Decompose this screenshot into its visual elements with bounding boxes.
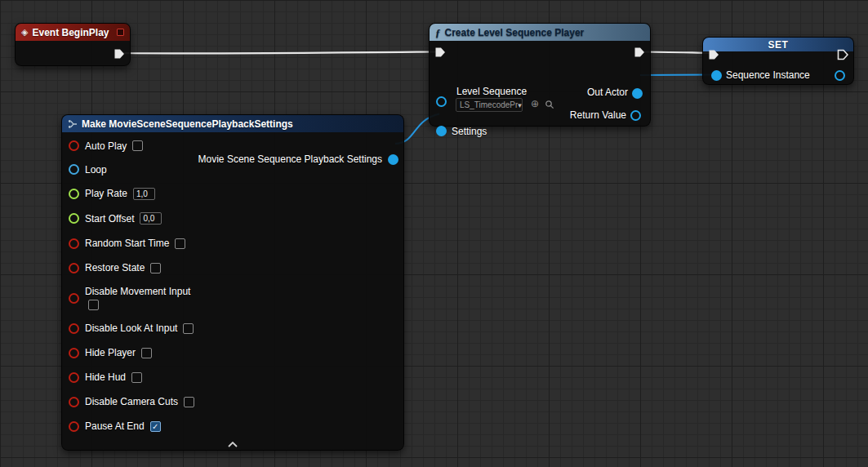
- make-input-row: Play Rate: [62, 181, 403, 206]
- delegate-pin-icon[interactable]: [117, 29, 124, 36]
- exec-output-pin-icon[interactable]: [837, 49, 848, 60]
- pin-label: Hide Player: [85, 347, 136, 358]
- make-struct-icon: [68, 119, 78, 129]
- pin-label: Disable Movement Input: [85, 286, 190, 297]
- bool-pin-icon[interactable]: [69, 397, 79, 407]
- exec-output-pin-icon[interactable]: [634, 47, 645, 58]
- event-icon: ◈: [21, 27, 28, 38]
- object-pin-icon[interactable]: [711, 70, 722, 81]
- object-pin-icon[interactable]: [632, 88, 643, 99]
- object-pin-icon[interactable]: [436, 126, 447, 136]
- disable-camera-cuts-checkbox[interactable]: [184, 397, 194, 407]
- pin-label: Disable Look At Input: [85, 322, 177, 334]
- pin-label: Level Sequence: [456, 86, 527, 97]
- pin-label: Movie Scene Sequence Playback Settings: [198, 153, 382, 165]
- restore-state-checkbox[interactable]: [150, 263, 161, 274]
- pin-label: Out Actor: [587, 87, 628, 98]
- make-input-row: Restore State: [62, 256, 403, 280]
- pin-label: Random Start Time: [85, 238, 169, 249]
- node-header[interactable]: SET: [703, 38, 853, 51]
- node-title: SET: [768, 39, 789, 51]
- bool-pin-icon[interactable]: [69, 263, 79, 274]
- blueprint-graph-canvas[interactable]: ◈ Event BeginPlay ƒ Create Level Sequenc…: [0, 0, 868, 467]
- node-header[interactable]: Make MovieSceneSequencePlaybackSettings: [62, 115, 403, 132]
- struct-pin-icon[interactable]: [69, 164, 79, 175]
- level-sequence-select[interactable]: LS_TimecodePr ▾: [456, 98, 523, 112]
- hide-hud-checkbox[interactable]: [131, 372, 142, 383]
- function-icon: ƒ: [435, 26, 441, 39]
- exec-output-pin-icon[interactable]: [114, 48, 125, 60]
- make-input-row: Pause At End✓: [62, 414, 403, 438]
- exec-input-pin-icon[interactable]: [708, 49, 719, 60]
- start-offset-input[interactable]: [140, 212, 162, 225]
- object-pin-icon[interactable]: [835, 70, 845, 81]
- disable-movement-input-checkbox[interactable]: [88, 300, 99, 310]
- pin-label: Play Rate: [85, 188, 127, 199]
- node-title: Make MovieSceneSequencePlaybackSettings: [82, 118, 293, 130]
- bool-pin-icon[interactable]: [69, 140, 79, 151]
- node-header[interactable]: ƒ Create Level Sequence Player: [430, 24, 650, 41]
- play-rate-input[interactable]: [133, 188, 155, 200]
- bool-pin-icon[interactable]: [69, 421, 79, 432]
- pin-label: Hide Hud: [85, 371, 126, 383]
- pin-label: Return Value: [570, 109, 626, 121]
- pin-label: Auto Play: [85, 140, 127, 152]
- make-input-row: Disable Movement Input: [62, 280, 403, 316]
- collapse-chevron-icon[interactable]: [223, 439, 243, 449]
- exec-wire-create-to-set: [642, 52, 711, 54]
- object-pin-icon[interactable]: [630, 110, 641, 121]
- make-input-row: Disable Camera Cuts: [62, 389, 403, 414]
- disable-look-at-input-checkbox[interactable]: [183, 323, 194, 334]
- pin-label: Loop: [85, 164, 107, 176]
- pin-label: Start Offset: [85, 213, 134, 225]
- node-title: Create Level Sequence Player: [445, 27, 585, 38]
- object-pin-icon[interactable]: [436, 96, 447, 107]
- float-pin-icon[interactable]: [69, 189, 79, 199]
- bool-pin-icon[interactable]: [69, 293, 79, 304]
- pin-label: Disable Camera Cuts: [85, 396, 178, 407]
- make-input-rows: Auto PlayLoopPlay RateStart OffsetRandom…: [62, 132, 403, 438]
- bool-pin-icon[interactable]: [69, 348, 79, 358]
- browse-asset-icon[interactable]: [544, 100, 555, 111]
- bool-pin-icon[interactable]: [69, 238, 79, 249]
- auto-play-checkbox[interactable]: [132, 140, 143, 151]
- bool-pin-icon[interactable]: [69, 323, 79, 334]
- hide-player-checkbox[interactable]: [141, 348, 152, 358]
- pin-label: Sequence Instance: [726, 69, 810, 81]
- pin-label: Restore State: [85, 262, 145, 274]
- exec-input-pin-icon[interactable]: [434, 47, 446, 58]
- make-input-row: Hide Hud: [62, 365, 403, 389]
- random-start-time-checkbox[interactable]: [175, 238, 185, 249]
- object-pin-icon[interactable]: [388, 154, 398, 165]
- chevron-down-icon: ▾: [518, 101, 522, 109]
- pin-label: Settings: [452, 126, 487, 137]
- bool-pin-icon[interactable]: [69, 372, 79, 383]
- use-selected-asset-icon[interactable]: ⊕: [529, 99, 541, 110]
- make-input-row: Start Offset: [62, 206, 403, 231]
- make-input-row: Random Start Time: [62, 231, 403, 256]
- make-input-row: Hide Player: [62, 340, 403, 365]
- pin-label: Pause At End: [85, 420, 145, 432]
- exec-wire-beginplay-to-create: [122, 52, 438, 54]
- node-event-beginplay[interactable]: ◈ Event BeginPlay: [15, 23, 131, 66]
- pause-at-end-checkbox[interactable]: ✓: [150, 421, 161, 432]
- node-title: Event BeginPlay: [32, 27, 109, 38]
- level-sequence-value: LS_TimecodePr: [460, 100, 518, 109]
- node-set-sequence-instance[interactable]: SET Sequence Instance: [702, 37, 854, 85]
- node-header[interactable]: ◈ Event BeginPlay: [16, 24, 130, 41]
- node-create-level-sequence-player[interactable]: ƒ Create Level Sequence Player Level Seq…: [429, 23, 651, 127]
- make-output-row: Movie Scene Sequence Playback Settings: [198, 153, 398, 165]
- float-pin-icon[interactable]: [69, 213, 79, 224]
- node-make-moviescenesequenceplaybacksettings[interactable]: Make MovieSceneSequencePlaybackSettings …: [61, 114, 404, 451]
- make-input-row: Disable Look At Input: [62, 316, 403, 340]
